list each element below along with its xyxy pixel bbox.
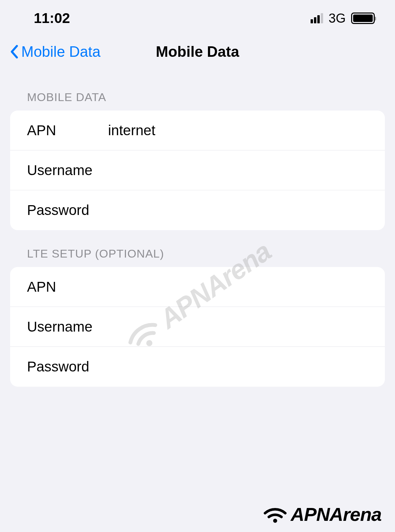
- row-label: APN: [27, 279, 108, 295]
- section-header: LTE SETUP (OPTIONAL): [0, 247, 395, 267]
- row-label: Password: [27, 202, 108, 218]
- row-password[interactable]: Password: [10, 347, 385, 387]
- password-input[interactable]: [108, 202, 371, 218]
- signal-icon: [311, 13, 323, 23]
- status-time: 11:02: [34, 10, 70, 26]
- lte-username-input[interactable]: [108, 319, 371, 335]
- row-label: Username: [27, 319, 108, 335]
- section-body: APN Username Password: [10, 111, 385, 230]
- section-mobile-data: MOBILE DATA APN Username Password: [0, 91, 395, 230]
- nav-bar: Mobile Data Mobile Data: [0, 33, 395, 74]
- lte-password-input[interactable]: [108, 359, 371, 375]
- section-body: APN Username Password: [10, 267, 385, 387]
- battery-icon: [351, 13, 375, 24]
- row-username[interactable]: Username: [10, 150, 385, 190]
- row-password[interactable]: Password: [10, 190, 385, 230]
- row-username[interactable]: Username: [10, 307, 385, 347]
- lte-apn-input[interactable]: [108, 279, 371, 295]
- username-input[interactable]: [108, 162, 371, 178]
- row-label: Username: [27, 162, 108, 178]
- row-apn[interactable]: APN: [10, 267, 385, 307]
- network-type: 3G: [328, 11, 346, 26]
- row-label: APN: [27, 122, 108, 139]
- watermark-text: APNArena: [291, 503, 381, 525]
- wifi-icon: [262, 504, 289, 525]
- row-apn[interactable]: APN: [10, 111, 385, 150]
- back-button[interactable]: Mobile Data: [10, 43, 101, 60]
- chevron-left-icon: [10, 45, 19, 58]
- status-bar: 11:02 3G: [0, 0, 395, 33]
- row-label: Password: [27, 359, 108, 375]
- back-label: Mobile Data: [21, 43, 101, 60]
- status-right: 3G: [311, 11, 375, 26]
- watermark-bottom: APNArena: [262, 503, 381, 525]
- apn-input[interactable]: [108, 122, 371, 139]
- section-header: MOBILE DATA: [0, 91, 395, 111]
- svg-point-1: [273, 518, 277, 523]
- page-title: Mobile Data: [156, 43, 239, 60]
- section-lte-setup: LTE SETUP (OPTIONAL) APN Username Passwo…: [0, 247, 395, 387]
